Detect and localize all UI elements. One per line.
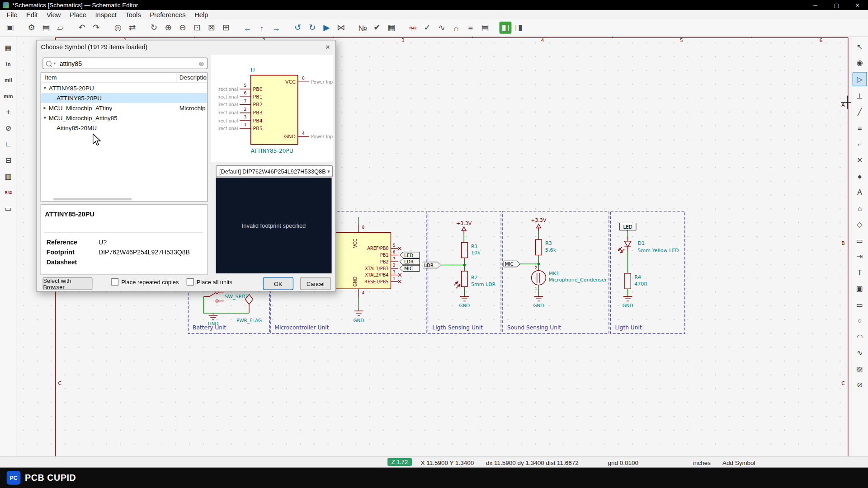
menu-view[interactable]: View <box>42 11 65 19</box>
add-symbol-icon[interactable]: ▷ <box>853 72 867 86</box>
column-separator[interactable] <box>177 73 177 83</box>
symbol-tree-row[interactable]: ▸MCU_Microchip_ATtinyMicrochip AT <box>41 103 207 113</box>
add-wire-icon[interactable]: ╱ <box>853 105 866 118</box>
hv-line-mode-icon[interactable]: ∟ <box>2 137 15 150</box>
global-label-icon[interactable]: ⌂ <box>853 202 866 215</box>
menu-inspect[interactable]: Inspect <box>91 11 121 19</box>
clear-search-icon[interactable]: ⊗ <box>199 60 204 67</box>
symbol-fields-table-icon[interactable]: ▦ <box>384 21 399 34</box>
zoom-selection-icon[interactable]: ⊠ <box>204 21 219 34</box>
select-with-browser-button[interactable]: Select with Browser <box>42 277 92 290</box>
bom-icon[interactable]: ▤ <box>478 21 492 34</box>
symbol-tree-row[interactable]: ATTINY85-20PU <box>41 93 207 103</box>
save-icon[interactable]: ▣ <box>3 21 17 34</box>
plugin-manager-icon[interactable]: ◨ <box>511 21 526 34</box>
expander-open-icon[interactable]: ▾ <box>41 115 49 121</box>
ok-button[interactable]: OK <box>263 277 293 290</box>
add-power-icon[interactable]: ⊥ <box>853 89 866 102</box>
text-icon[interactable]: T <box>853 266 866 279</box>
checkbox-icon[interactable] <box>187 278 194 286</box>
place-repeated-copies-checkbox[interactable]: Place repeated copies <box>111 278 179 286</box>
redo-icon[interactable]: ↷ <box>89 21 104 34</box>
horizontal-scrollbar[interactable] <box>53 198 132 200</box>
symbol-fields-icon[interactable]: R42 <box>2 185 15 198</box>
minimize-icon[interactable]: ─ <box>805 0 826 10</box>
rotate-ccw-icon[interactable]: ↺ <box>291 21 305 34</box>
text-box-icon[interactable]: ▣ <box>853 282 866 295</box>
zoom-out-icon[interactable]: ⊖ <box>175 21 190 34</box>
symbol-list[interactable]: Item Description ▾ATTINY85-20PUATTINY85-… <box>40 72 208 202</box>
menu-file[interactable]: File <box>2 11 22 19</box>
assign-footprints-icon[interactable]: ⌂ <box>449 21 463 34</box>
footprint-select[interactable]: [Default] DIP762W46P254L927H533Q8B ▾ <box>216 165 333 177</box>
import-sheet-pin-icon[interactable]: ⇥ <box>853 249 866 263</box>
arc-icon[interactable]: ◠ <box>853 330 866 343</box>
units-mils-icon[interactable]: mil <box>2 73 15 86</box>
highlight-net-icon[interactable]: ◉ <box>853 56 866 69</box>
circle-icon[interactable]: ○ <box>853 314 866 327</box>
simulator-icon[interactable]: ∿ <box>434 21 449 34</box>
symbol-search[interactable]: ▾ ⊗ <box>42 57 208 69</box>
menu-tools[interactable]: Tools <box>121 11 146 19</box>
expander-open-icon[interactable]: ▾ <box>41 85 49 91</box>
grid-settings-icon[interactable]: ▦ <box>2 41 15 54</box>
previous-sheet-icon[interactable]: ← <box>240 21 255 34</box>
up-hierarchy-icon[interactable]: ↑ <box>255 21 269 34</box>
erc-dialog-icon[interactable]: ✓ <box>420 21 434 34</box>
select-tool-icon[interactable]: ↖ <box>853 40 866 53</box>
find-icon[interactable]: ◎ <box>111 21 125 34</box>
units-mm-icon[interactable]: mm <box>2 89 15 102</box>
rotate-cw-icon[interactable]: ↻ <box>305 21 320 34</box>
erc-icon[interactable]: ✔ <box>370 21 384 34</box>
edit-symbols-icon[interactable]: R42 <box>406 21 420 34</box>
net-label-icon[interactable]: A <box>853 185 866 198</box>
hidden-pins-icon[interactable]: ⊘ <box>2 121 15 134</box>
cancel-button[interactable]: Cancel <box>300 277 331 290</box>
place-all-units-checkbox[interactable]: Place all units <box>187 278 232 286</box>
menu-preferences[interactable]: Preferences <box>146 11 190 19</box>
hierarchical-sheet-icon[interactable]: ▭ <box>853 234 866 247</box>
next-sheet-icon[interactable]: → <box>269 21 283 34</box>
dialog-close-icon[interactable]: ✕ <box>323 42 332 52</box>
hierarchical-label-icon[interactable]: ◇ <box>853 217 866 230</box>
schematic-setup-icon[interactable]: ⚙ <box>24 21 39 34</box>
rectangle-icon[interactable]: ▭ <box>853 298 866 311</box>
units-inches-icon[interactable]: in <box>2 57 15 70</box>
add-bus-icon[interactable]: ≡ <box>853 121 866 134</box>
expander-closed-icon[interactable]: ▸ <box>41 105 49 111</box>
junction-icon[interactable]: ● <box>853 169 866 183</box>
maximize-icon[interactable]: ▢ <box>826 0 847 10</box>
column-description[interactable]: Description <box>179 74 208 81</box>
column-item[interactable]: Item <box>45 74 57 81</box>
bezier-icon[interactable]: ∿ <box>853 346 866 359</box>
undo-icon[interactable]: ↶ <box>75 21 89 34</box>
symbol-tree-row[interactable]: ▾MCU_Microchip_Attiny85 <box>41 113 207 123</box>
symbol-tree-row[interactable]: ▾ATTINY85-20PU <box>41 83 207 93</box>
annotate-icon[interactable]: № <box>355 21 370 34</box>
mirror-icon[interactable]: ⋈ <box>334 21 348 34</box>
image-icon[interactable]: ▨ <box>853 362 866 375</box>
run-simulation-icon[interactable]: ▶ <box>320 21 334 34</box>
paste-icon[interactable]: ▱ <box>53 21 68 34</box>
zoom-objects-icon[interactable]: ⊞ <box>219 21 233 34</box>
net-table-icon[interactable]: ≡ <box>463 21 478 34</box>
zoom-fit-icon[interactable]: ⊡ <box>190 21 204 34</box>
plugin-scripting-icon[interactable]: ◧ <box>499 22 511 34</box>
refresh-icon[interactable]: ↻ <box>146 21 161 34</box>
net-navigator-icon[interactable]: ▭ <box>2 202 15 215</box>
menu-edit[interactable]: Edit <box>22 11 42 19</box>
symbol-tree-row[interactable]: Attiny85-20MU <box>41 123 207 133</box>
hierarchy-navigator-icon[interactable]: ⊟ <box>2 153 15 166</box>
menu-help[interactable]: Help <box>190 11 212 19</box>
zoom-in-icon[interactable]: ⊕ <box>161 21 175 34</box>
cursor-shape-icon[interactable]: + <box>2 105 15 118</box>
wire-to-bus-entry-icon[interactable]: ⌐ <box>853 137 866 150</box>
no-connect-icon[interactable]: ✕ <box>853 153 866 166</box>
properties-panel-icon[interactable]: ▥ <box>2 169 15 183</box>
close-icon[interactable]: ✕ <box>847 0 868 10</box>
find-replace-icon[interactable]: ⇄ <box>125 21 140 34</box>
checkbox-icon[interactable] <box>111 278 118 286</box>
print-icon[interactable]: ▤ <box>39 21 53 34</box>
search-dropdown-icon[interactable]: ▾ <box>54 61 56 66</box>
delete-tool-icon[interactable]: ⊘ <box>853 378 866 391</box>
